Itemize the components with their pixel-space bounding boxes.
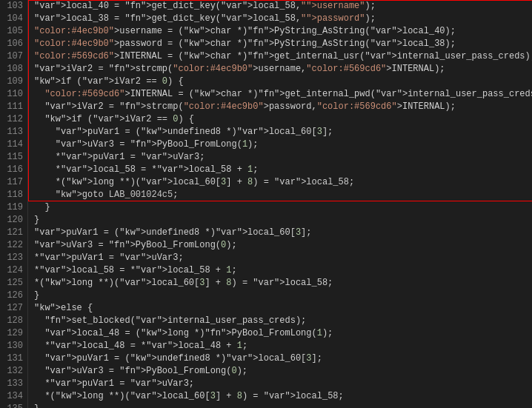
line-number: 121 [0,227,27,239]
code-line: "var">uVar3 = "fn">PyBool_FromLong(0); [34,365,532,378]
line-number: 105 [0,25,27,38]
line-number: 133 [0,378,27,390]
line-numbers: 1031041051061071081091101111121131141151… [0,0,28,408]
code-line: "var">iVar2 = "fn">strcmp("color:#4ec9b0… [34,101,532,113]
line-number: 108 [0,63,27,76]
code-lines: "var">local_40 = "fn">get_dict_key("var"… [28,0,532,408]
code-line: "var">uVar3 = "fn">PyBool_FromLong(0); [34,239,532,252]
code-line: } [34,201,532,214]
code-line: "var">local_48 = ("kw">long *)"fn">PyBoo… [34,327,532,340]
line-number: 124 [0,264,27,277]
code-line: } [34,403,532,408]
line-number: 128 [0,315,27,327]
line-number: 129 [0,327,27,340]
line-number: 118 [0,189,27,201]
code-line: "var">puVar1 = ("kw">undefined8 *)"var">… [34,126,532,138]
code-line: "kw">if ("var">iVar2 == 0) { [34,113,532,126]
code-line: "var">local_38 = "fn">get_dict_key("var"… [34,13,532,25]
code-line: "fn">set_blocked("var">internal_user_pas… [34,315,532,327]
line-number: 104 [0,13,27,25]
line-number: 111 [0,101,27,113]
line-number: 113 [0,126,27,138]
line-number: 107 [0,50,27,63]
code-line: *"var">puVar1 = "var">uVar3; [34,378,532,390]
line-number: 114 [0,138,27,151]
line-number: 123 [0,252,27,264]
line-number: 135 [0,403,27,408]
line-number: 110 [0,88,27,101]
code-line: "var">local_40 = "fn">get_dict_key("var"… [34,0,532,13]
code-line: "color:#569cd6">INTERNAL = ("kw">char *)… [34,50,532,63]
code-line: "var">iVar2 = "fn">strcmp("color:#4ec9b0… [34,63,532,76]
line-number: 116 [0,164,27,176]
code-line: *"var">puVar1 = "var">uVar3; [34,151,532,164]
line-number: 125 [0,277,27,290]
code-line: "var">puVar1 = ("kw">undefined8 *)"var">… [34,227,532,239]
code-line: *("kw">long **)("var">local_60[3] + 8) =… [34,390,532,403]
line-number: 122 [0,239,27,252]
code-line: *"var">local_58 = *"var">local_58 + 1; [34,264,532,277]
code-line: "kw">if ("var">iVar2 == 0) { [34,76,532,88]
code-line: "color:#4ec9b0">password = ("kw">char *)… [34,38,532,50]
line-number: 120 [0,214,27,227]
line-number: 119 [0,201,27,214]
code-line: *"var">local_58 = *"var">local_58 + 1; [34,164,532,176]
code-line: "kw">else { [34,302,532,315]
line-number: 131 [0,352,27,365]
code-line: "color:#569cd6">INTERNAL = ("kw">char *)… [34,88,532,101]
code-line: *"var">puVar1 = "var">uVar3; [34,252,532,264]
code-line: *("kw">long **)("var">local_60[3] + 8) =… [34,277,532,290]
line-number: 127 [0,302,27,315]
line-number: 103 [0,0,27,13]
line-number: 132 [0,365,27,378]
line-number: 115 [0,151,27,164]
line-number: 130 [0,340,27,352]
code-line: "var">puVar1 = ("kw">undefined8 *)"var">… [34,352,532,365]
code-line: } [34,214,532,227]
line-number: 134 [0,390,27,403]
code-line: "var">uVar3 = "fn">PyBool_FromLong(1); [34,138,532,151]
code-line: "kw">goto LAB_001024c5; [34,189,532,201]
line-number: 106 [0,38,27,50]
line-number: 126 [0,290,27,302]
line-number: 112 [0,113,27,126]
code-line: "color:#4ec9b0">username = ("kw">char *)… [34,25,532,38]
code-line: *"var">local_48 = *"var">local_48 + 1; [34,340,532,352]
line-number: 109 [0,76,27,88]
code-line: } [34,290,532,302]
code-line: *("kw">long **)("var">local_60[3] + 8) =… [34,176,532,189]
line-number: 117 [0,176,27,189]
code-container: 1031041051061071081091101111121131141151… [0,0,532,408]
